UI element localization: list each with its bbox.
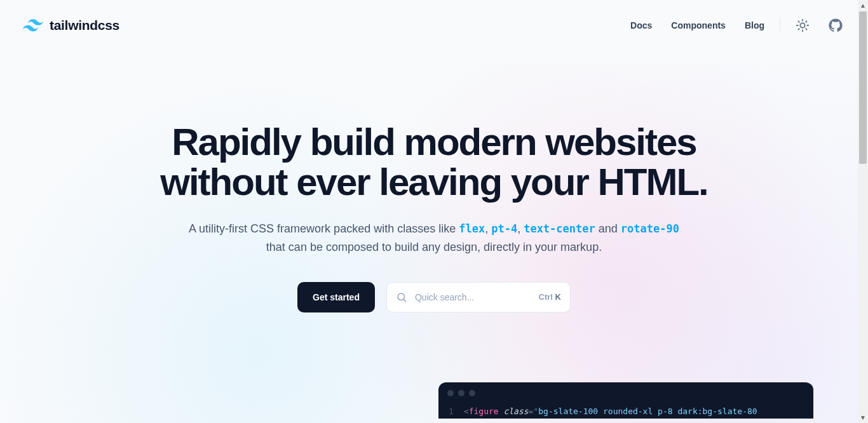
quick-search-button[interactable]: Quick search... Ctrl K	[386, 282, 571, 312]
theme-toggle-button[interactable]	[796, 18, 810, 32]
main-nav: Docs Components Blog	[630, 18, 843, 33]
scroll-up-arrow-icon[interactable]: ▲	[858, 0, 868, 11]
logo-link[interactable]: tailwindcss	[23, 18, 119, 33]
search-placeholder: Quick search...	[415, 292, 531, 302]
nav-blog[interactable]: Blog	[745, 20, 764, 30]
nav-components[interactable]: Components	[671, 20, 726, 30]
sep: ,	[517, 222, 524, 235]
headline-line-1: Rapidly build modern websites	[172, 121, 696, 163]
headline-line-2: without ever leaving your HTML.	[160, 161, 707, 203]
kbd-key: K	[555, 292, 561, 302]
code-content: <figure class="bg-slate-100 rounded-xl p…	[464, 406, 757, 416]
hero-section: Rapidly build modern websites without ev…	[0, 33, 868, 312]
code-attr: class	[503, 406, 528, 416]
code-editor-preview: 1 <figure class="bg-slate-100 rounded-xl…	[438, 382, 813, 419]
sep: and	[595, 222, 621, 235]
window-dot-icon	[469, 390, 475, 396]
svg-point-0	[800, 23, 804, 27]
get-started-button[interactable]: Get started	[297, 282, 375, 312]
code-chip-textcenter: text-center	[524, 222, 595, 235]
logo-text: tailwindcss	[50, 18, 119, 33]
code-chip-pt4: pt-4	[491, 222, 517, 235]
nav-divider	[780, 18, 780, 33]
sun-icon	[796, 18, 810, 32]
code-chip-flex: flex	[459, 222, 485, 235]
sep: ,	[485, 222, 491, 235]
scrollbar-thumb[interactable]	[859, 11, 867, 164]
tailwind-logo-icon	[23, 19, 43, 32]
code-string: bg-slate-100 rounded-xl p-8 dark:bg-slat…	[538, 406, 757, 416]
kbd-mod: Ctrl	[539, 292, 555, 302]
code-tag: figure	[469, 406, 499, 416]
code-chip-rotate90: rotate-90	[621, 222, 679, 235]
hero-headline: Rapidly build modern websites without ev…	[0, 122, 868, 202]
editor-line: 1 <figure class="bg-slate-100 rounded-xl…	[438, 403, 813, 419]
subtext-pre: A utility-first CSS framework packed wit…	[189, 222, 459, 235]
cta-row: Get started Quick search... Ctrl K	[0, 282, 868, 312]
hero-subtext: A utility-first CSS framework packed wit…	[186, 220, 682, 257]
search-icon	[396, 292, 407, 303]
line-number: 1	[449, 406, 454, 416]
window-dot-icon	[458, 390, 465, 396]
github-icon	[829, 18, 843, 32]
window-dot-icon	[447, 390, 454, 396]
svg-point-1	[398, 293, 405, 300]
page-scrollbar[interactable]: ▲ ▼	[858, 0, 868, 423]
search-shortcut: Ctrl K	[539, 292, 561, 302]
site-header: tailwindcss Docs Components Blog	[0, 0, 868, 33]
github-link[interactable]	[829, 18, 843, 32]
subtext-post: that can be composed to build any design…	[266, 241, 602, 253]
nav-docs[interactable]: Docs	[630, 20, 652, 30]
editor-window-controls	[438, 382, 813, 403]
scroll-down-arrow-icon[interactable]: ▼	[858, 412, 868, 423]
